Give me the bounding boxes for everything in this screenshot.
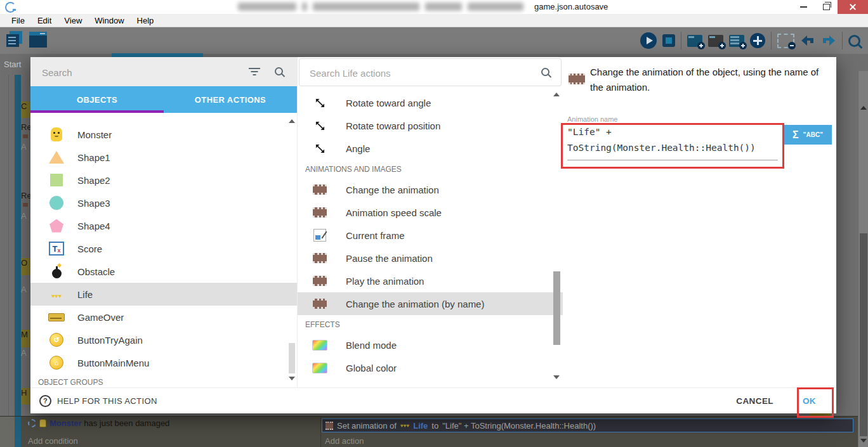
action-item-rotate-toward-position[interactable]: Rotate toward position (298, 114, 563, 137)
scrollbar-thumb[interactable] (860, 233, 867, 436)
project-manager-icon[interactable] (6, 31, 23, 48)
object-item-monster[interactable]: Monster (30, 123, 297, 146)
object-item-life[interactable]: Life (30, 283, 297, 306)
action-item-animation-speed-scale[interactable]: Animation speed scale (298, 201, 563, 224)
scene-editor-icon[interactable] (29, 32, 47, 48)
actions-search-input[interactable] (308, 64, 520, 82)
debug-icon[interactable] (662, 34, 675, 47)
object-item-gameover[interactable]: GameOver (30, 306, 297, 328)
object-item-shape2[interactable]: Shape2 (30, 169, 297, 191)
actions-search-box (299, 58, 562, 86)
actions-list: Rotate toward angle Rotate toward positi… (298, 86, 563, 388)
menu-window[interactable]: Window (88, 16, 130, 25)
action-item-rotate-toward-angle[interactable]: Rotate toward angle (298, 91, 563, 114)
event-fragment: A (21, 142, 30, 151)
object-item-shape4[interactable]: Shape4 (30, 214, 297, 237)
events-scrollbar[interactable] (858, 71, 868, 447)
events-indent-bar (15, 75, 21, 416)
action-item-change-animation-by-name[interactable]: Change the animation (by name) (298, 292, 563, 315)
menu-file[interactable]: File (5, 16, 31, 25)
events-tree-line (8, 75, 9, 416)
scroll-down-icon[interactable] (553, 375, 560, 379)
action-item-pause-animation[interactable]: Pause the animation (298, 247, 563, 269)
add-action-link: Add action (325, 436, 364, 446)
objects-list: Monster Shape1 Shape2 Shape3 Shape4 Scor… (30, 113, 297, 388)
actions-panel: Rotate toward angle Rotate toward positi… (297, 57, 562, 388)
text-object-icon (49, 242, 64, 256)
tab-objects[interactable]: OBJECTS (30, 86, 164, 113)
toolbar (0, 27, 868, 54)
object-item-buttontryagain[interactable]: ButtonTryAgain (30, 328, 297, 351)
search-events-icon[interactable] (848, 35, 860, 47)
preview-play-icon[interactable] (640, 32, 657, 49)
add-icon[interactable] (750, 33, 765, 48)
hearts-icon (51, 289, 62, 300)
action-cell: Set animation of ♥♥♥ Life to "Life" + To… (321, 417, 858, 447)
film-icon (23, 134, 28, 138)
object-item-obstacle[interactable]: Obstacle (30, 260, 297, 283)
action-item-blend-mode[interactable]: Blend mode (298, 334, 563, 356)
abc-icon: "ABC" (803, 131, 823, 138)
menu-help[interactable]: Help (131, 16, 161, 25)
ok-button[interactable]: OK (803, 396, 816, 406)
action-item-angle[interactable]: Angle (298, 137, 563, 160)
object-item-score[interactable]: Score (30, 237, 297, 260)
animation-name-field[interactable]: "Life" + ToString(Monster.Health::Health… (567, 124, 780, 156)
film-icon (313, 276, 327, 286)
actions-scrollbar[interactable] (553, 89, 561, 385)
event-fragment: A (21, 211, 30, 220)
section-effects: EFFECTS (298, 315, 563, 334)
menu-view[interactable]: View (58, 16, 88, 25)
restore-button[interactable] (815, 0, 838, 14)
objects-search-input[interactable] (41, 63, 233, 81)
scroll-up-icon[interactable] (289, 119, 295, 123)
close-icon (849, 3, 857, 11)
redo-icon[interactable] (821, 34, 836, 47)
action-item-global-color[interactable]: Global color (298, 356, 563, 379)
action-item-change-animation[interactable]: Change the animation (298, 178, 563, 201)
events-indent-bar (15, 417, 21, 447)
action-item-play-animation[interactable]: Play the animation (298, 269, 563, 292)
sigma-icon: Σ (792, 129, 799, 141)
film-icon (313, 185, 327, 195)
tab-other-actions[interactable]: OTHER ACTIONS (164, 86, 297, 113)
add-subevent-icon[interactable] (729, 35, 744, 47)
film-icon (23, 203, 28, 207)
scroll-down-icon[interactable] (860, 439, 867, 443)
scene-tab-label-fragment: Start (4, 60, 21, 69)
event-fragment: A (21, 285, 30, 294)
animation-name-label: Animation name (567, 115, 618, 123)
filter-icon[interactable] (249, 68, 260, 75)
add-event-icon[interactable] (687, 35, 702, 47)
menu-edit[interactable]: Edit (31, 16, 58, 25)
action-item-current-frame[interactable]: Current frame (298, 224, 563, 247)
monster-icon (39, 419, 46, 427)
undo-icon[interactable] (800, 34, 815, 47)
delete-event-icon[interactable] (777, 34, 794, 48)
condition-cell: Monster has just been damaged Add condit… (21, 417, 320, 447)
scroll-up-icon[interactable] (553, 93, 560, 96)
banner-icon (48, 313, 65, 321)
bomb-icon (52, 269, 62, 278)
object-item-shape3[interactable]: Shape3 (30, 191, 297, 214)
rotate-icon (315, 121, 325, 131)
objects-scrollbar[interactable] (288, 118, 296, 384)
scroll-up-icon[interactable] (860, 106, 867, 110)
close-button[interactable] (838, 0, 868, 14)
action-detail-panel: Change the animation of the object, usin… (562, 57, 836, 388)
cancel-button[interactable]: CANCEL (736, 396, 773, 406)
minimize-button[interactable] (792, 0, 815, 14)
add-comment-icon[interactable] (708, 35, 723, 47)
film-icon (313, 253, 327, 263)
scrollbar-thumb[interactable] (289, 343, 295, 373)
dialog-footer: HELP FOR THIS ACTION CANCEL OK (30, 387, 836, 413)
object-item-buttonmainmenu[interactable]: ButtonMainMenu (30, 351, 297, 374)
expression-editor-button[interactable]: Σ "ABC" (784, 125, 832, 145)
scroll-down-icon[interactable] (289, 377, 295, 380)
frame-icon (313, 229, 326, 242)
object-item-shape1[interactable]: Shape1 (30, 146, 297, 169)
event-fragment: Re (21, 191, 30, 201)
help-for-this-action-button[interactable]: HELP FOR THIS ACTION (39, 395, 157, 407)
events-sheet-row: Monster has just been damaged Add condit… (0, 416, 858, 447)
scrollbar-thumb[interactable] (553, 271, 560, 345)
